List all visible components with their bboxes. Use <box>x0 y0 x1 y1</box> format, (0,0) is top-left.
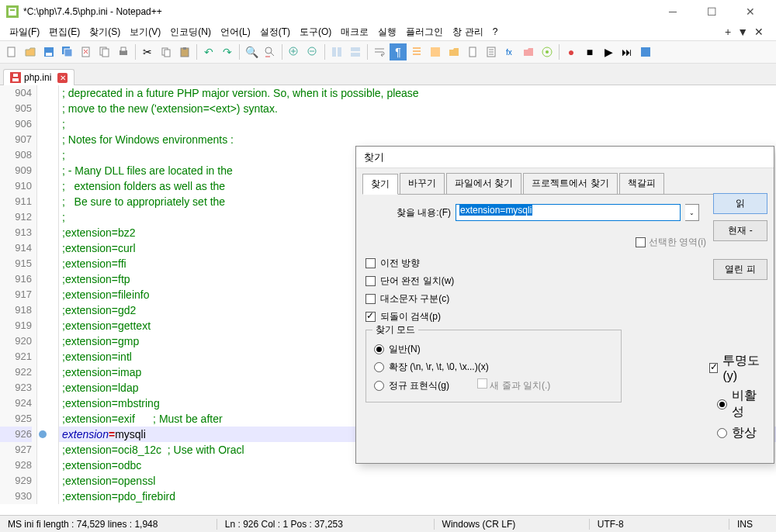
svg-rect-21 <box>338 47 341 57</box>
bookmark-margin <box>37 85 48 504</box>
find-icon[interactable]: 🔍 <box>243 43 260 60</box>
indent-icon[interactable] <box>408 43 425 60</box>
svg-point-29 <box>546 50 549 54</box>
menu-run[interactable]: 실행 <box>373 24 401 40</box>
radio-trans-onlose[interactable]: 비활성 <box>717 388 767 420</box>
tab-findproject[interactable]: 프로젝트에서 찾기 <box>523 173 617 194</box>
copy-icon[interactable] <box>158 43 175 60</box>
closeall-icon[interactable] <box>96 43 113 60</box>
svg-point-17 <box>265 47 272 54</box>
check-backward[interactable]: 이전 방향 <box>365 257 764 270</box>
svg-rect-14 <box>165 50 170 57</box>
playfast-icon[interactable]: ⏭ <box>618 43 636 60</box>
find-history-dropdown[interactable]: ⌄ <box>685 204 699 221</box>
line-number-gutter: 9049059069079089099109119129139149159169… <box>0 85 37 504</box>
menu-tools[interactable]: 도구(O) <box>295 24 336 40</box>
status-inputmode[interactable]: INS <box>729 519 776 530</box>
find-next-button[interactable]: 읽 <box>713 193 767 214</box>
svg-rect-22 <box>351 47 360 51</box>
check-matchcase[interactable]: 대소문자 구분(c) <box>365 292 764 306</box>
sync-h-icon[interactable] <box>347 43 364 60</box>
svg-rect-33 <box>13 74 18 77</box>
menubar: 파일(F) 편집(E) 찾기(S) 보기(V) 인코딩(N) 언어(L) 설정(… <box>0 23 776 40</box>
new-icon[interactable] <box>3 43 20 60</box>
menu-window[interactable]: 창 관리 <box>448 24 487 40</box>
menu-help[interactable]: ? <box>488 25 503 39</box>
status-encoding[interactable]: UTF-8 <box>590 519 729 530</box>
tab-findfiles[interactable]: 파일에서 찾기 <box>446 173 521 194</box>
folder-icon[interactable] <box>445 43 462 60</box>
svg-rect-7 <box>64 49 72 57</box>
funclist-icon[interactable]: fx <box>501 43 518 60</box>
stop-icon[interactable]: ■ <box>581 43 598 60</box>
tab-bookmark[interactable]: 책갈피 <box>619 173 664 194</box>
check-in-selection[interactable]: 선택한 영역(i) <box>636 236 706 249</box>
doc-list-icon[interactable] <box>483 43 500 60</box>
showall-icon[interactable]: ¶ <box>390 43 407 60</box>
window-title: *C:\php\7.4.5\php.ini - Notepad++ <box>23 6 661 17</box>
close-file-icon[interactable] <box>78 43 95 60</box>
file-tab[interactable]: php.ini ✕ <box>3 69 74 85</box>
svg-rect-20 <box>332 47 336 57</box>
add-tab-icon[interactable]: + <box>725 26 731 38</box>
menu-search[interactable]: 찾기(S) <box>85 24 125 40</box>
svg-rect-10 <box>102 49 109 57</box>
find-input[interactable]: extension=mysqli <box>456 204 681 221</box>
tab-replace[interactable]: 바꾸기 <box>400 173 445 194</box>
monitor-icon[interactable] <box>539 43 556 60</box>
radio-normal[interactable]: 일반(N) <box>374 343 613 356</box>
menu-macro[interactable]: 매크로 <box>336 24 373 40</box>
menu-plugins[interactable]: 플러그인 <box>401 24 448 40</box>
open-icon[interactable] <box>22 43 39 60</box>
maximize-button[interactable]: ☐ <box>700 5 723 18</box>
menu-language[interactable]: 언어(L) <box>216 24 255 40</box>
undo-icon[interactable]: ↶ <box>200 43 217 60</box>
cut-icon[interactable]: ✂ <box>139 43 156 60</box>
menu-file[interactable]: 파일(F) <box>5 24 44 40</box>
status-eol[interactable]: Windows (CR LF) <box>435 519 590 530</box>
replace-icon[interactable] <box>262 43 279 60</box>
radio-extended[interactable]: 확장 (\n, \r, \t, \0, \x...)(x) <box>374 361 613 374</box>
tab-close-icon[interactable]: ✕ <box>57 73 68 83</box>
svg-text:fx: fx <box>506 48 512 57</box>
saveall-icon[interactable] <box>59 43 76 60</box>
count-button[interactable]: 현재 - <box>713 220 767 241</box>
svg-rect-5 <box>46 53 52 56</box>
radio-regex[interactable]: 정규 표현식(g) 새 줄과 일치(.) <box>374 378 613 392</box>
search-mode-group: 찾기 모드 일반(N) 확장 (\n, \r, \t, \0, \x...)(x… <box>365 330 622 402</box>
print-icon[interactable] <box>115 43 132 60</box>
check-dotnewline[interactable]: 새 줄과 일치(.) <box>477 378 550 392</box>
check-transparency[interactable]: 투명도(y) <box>709 353 767 383</box>
folder-as-ws-icon[interactable] <box>520 43 537 60</box>
paste-icon[interactable] <box>176 43 193 60</box>
check-wholeword[interactable]: 단어 완전 일치(w) <box>365 275 764 288</box>
wordwrap-icon[interactable] <box>371 43 388 60</box>
zoomin-icon[interactable] <box>286 43 303 60</box>
window-titlebar: *C:\php\7.4.5\php.ini - Notepad++ ─ ☐ ✕ <box>0 0 776 23</box>
svg-rect-3 <box>8 47 15 57</box>
save-icon[interactable] <box>40 43 57 60</box>
sync-v-icon[interactable] <box>328 43 345 60</box>
menu-settings[interactable]: 설정(T) <box>255 24 295 40</box>
zoomout-icon[interactable] <box>304 43 321 60</box>
doc-map-icon[interactable] <box>464 43 481 60</box>
svg-rect-24 <box>431 47 440 57</box>
dropdown-icon[interactable]: ▼ <box>737 26 748 38</box>
record-icon[interactable]: ● <box>563 43 580 60</box>
close-button[interactable]: ✕ <box>739 5 762 18</box>
userlang-icon[interactable] <box>427 43 444 60</box>
menu-edit[interactable]: 편집(E) <box>44 24 85 40</box>
tab-label: php.ini <box>24 72 51 83</box>
menu-view[interactable]: 보기(V) <box>125 24 165 40</box>
svg-rect-16 <box>183 47 186 50</box>
savemacro-icon[interactable] <box>637 43 654 60</box>
tab-find[interactable]: 찾기 <box>362 174 398 195</box>
check-wrap[interactable]: 되돌이 검색(p) <box>365 310 764 323</box>
findall-opened-button[interactable]: 열린 피 <box>713 259 767 280</box>
minimize-button[interactable]: ─ <box>661 5 684 18</box>
radio-trans-always[interactable]: 항상 <box>717 425 767 441</box>
close-tab-icon[interactable]: ✕ <box>754 26 764 38</box>
play-icon[interactable]: ▶ <box>600 43 617 60</box>
menu-encoding[interactable]: 인코딩(N) <box>165 24 216 40</box>
redo-icon[interactable]: ↷ <box>219 43 236 60</box>
